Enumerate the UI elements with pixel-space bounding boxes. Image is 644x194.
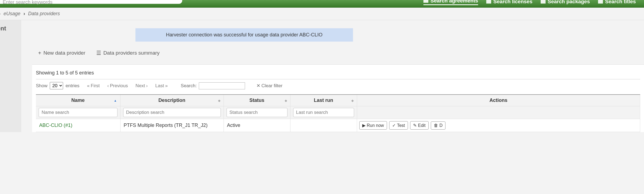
pager-first[interactable]: «First bbox=[87, 83, 100, 89]
nav-label: Search agreements bbox=[431, 0, 478, 4]
toolbar-label: Data providers summary bbox=[103, 50, 160, 56]
lastrun-cell bbox=[290, 119, 357, 132]
nav-search-titles[interactable]: Search titles bbox=[598, 0, 636, 5]
btn-label: Test bbox=[397, 123, 405, 128]
pager-last[interactable]: Last» bbox=[155, 83, 168, 89]
breadcrumb: ent › eUsage › Data providers bbox=[0, 8, 644, 20]
sort-icon: ◆ bbox=[218, 99, 220, 102]
sort-icon: ◆ bbox=[351, 99, 354, 102]
trash-icon: 🗑 bbox=[434, 123, 438, 128]
play-icon: ▶ bbox=[362, 123, 366, 128]
clear-filter-button[interactable]: ✕ Clear filter bbox=[256, 83, 282, 89]
col-actions: Actions bbox=[357, 95, 640, 106]
col-status[interactable]: Status◆ bbox=[224, 95, 290, 106]
agreements-icon bbox=[423, 0, 428, 3]
name-filter-input[interactable] bbox=[39, 108, 117, 117]
entries-info: Showing 1 to 5 of 5 entries bbox=[36, 70, 640, 76]
show-entries: Show 20 entries bbox=[36, 82, 79, 89]
entries-select[interactable]: 20 bbox=[50, 82, 63, 89]
col-label: Name bbox=[71, 98, 85, 103]
lastrun-filter-input[interactable] bbox=[293, 108, 354, 117]
plus-icon: + bbox=[38, 50, 41, 56]
col-lastrun[interactable]: Last run◆ bbox=[290, 95, 357, 106]
table-search-input[interactable] bbox=[199, 82, 245, 89]
col-label: Last run bbox=[314, 98, 333, 103]
toolbar-label: New data provider bbox=[44, 50, 85, 56]
pager-label: Last bbox=[155, 83, 164, 89]
edit-button[interactable]: ✎Edit bbox=[410, 121, 429, 130]
breadcrumb-item: Data providers bbox=[28, 11, 60, 16]
pager-label: First bbox=[91, 83, 100, 89]
pager-label: Next bbox=[135, 83, 145, 89]
search-label: Search: bbox=[181, 83, 197, 89]
btn-label: D bbox=[439, 123, 443, 128]
data-providers-summary-button[interactable]: ☰ Data providers summary bbox=[96, 50, 160, 56]
test-button[interactable]: ✓Test bbox=[389, 121, 408, 130]
col-label: Status bbox=[249, 98, 264, 103]
titles-icon bbox=[598, 0, 603, 4]
description-cell: PTFS Multiple Reports (TR_J1 TR_J2) bbox=[120, 119, 224, 132]
success-alert: Harvester connection was successful for … bbox=[135, 28, 353, 42]
new-data-provider-button[interactable]: + New data provider bbox=[38, 50, 85, 56]
nav-search-agreements[interactable]: Search agreements bbox=[423, 0, 478, 5]
status-cell: Active bbox=[224, 119, 290, 132]
data-providers-table: Name▲ Description◆ Status◆ Last run◆ Act… bbox=[36, 94, 640, 132]
col-description[interactable]: Description◆ bbox=[120, 95, 224, 106]
x-icon: ✕ bbox=[256, 83, 260, 89]
col-label: Description bbox=[158, 98, 185, 103]
list-icon: ☰ bbox=[96, 50, 101, 56]
nav-search-packages[interactable]: Search packages bbox=[541, 0, 590, 5]
table-row: ABC-CLIO (#1) PTFS Multiple Reports (TR_… bbox=[36, 119, 640, 132]
sidebar: ment bbox=[0, 20, 21, 132]
sort-asc-icon: ▲ bbox=[114, 99, 117, 102]
check-icon: ✓ bbox=[392, 123, 396, 128]
licenses-icon bbox=[486, 0, 491, 4]
chevron-left-icon: ‹ bbox=[107, 83, 109, 89]
description-filter-input[interactable] bbox=[123, 108, 221, 117]
nav-label: Search packages bbox=[548, 0, 590, 5]
global-search-input[interactable]: Enter search keywords bbox=[0, 0, 182, 4]
show-label: entries bbox=[66, 83, 79, 88]
nav-search-licenses[interactable]: Search licenses bbox=[486, 0, 532, 5]
btn-label: Run now bbox=[367, 123, 384, 128]
run-now-button[interactable]: ▶Run now bbox=[359, 121, 387, 130]
double-chevron-left-icon: « bbox=[87, 83, 89, 89]
sidebar-heading: ment bbox=[0, 25, 18, 32]
nav-label: Search licenses bbox=[493, 0, 532, 5]
chevron-right-icon: › bbox=[23, 11, 25, 16]
pager-label: Previous bbox=[110, 83, 128, 89]
col-label: Actions bbox=[490, 98, 507, 103]
chevron-right-icon: › bbox=[0, 11, 1, 16]
pager-next[interactable]: Next› bbox=[135, 83, 148, 89]
chevron-right-icon: › bbox=[146, 83, 148, 89]
delete-button[interactable]: 🗑D bbox=[431, 121, 446, 130]
nav-label: Search titles bbox=[605, 0, 636, 5]
top-nav: Enter search keywords Search agreements … bbox=[0, 0, 644, 8]
show-label: Show bbox=[36, 83, 48, 88]
btn-label: Edit bbox=[418, 123, 426, 128]
sort-icon: ◆ bbox=[285, 99, 287, 102]
double-chevron-right-icon: » bbox=[165, 83, 168, 89]
pager-prev[interactable]: ‹Previous bbox=[107, 83, 128, 89]
breadcrumb-item[interactable]: eUsage bbox=[4, 11, 20, 16]
pencil-icon: ✎ bbox=[413, 123, 417, 128]
clear-label: Clear filter bbox=[261, 83, 282, 89]
packages-icon bbox=[541, 0, 546, 4]
status-filter-input[interactable] bbox=[227, 108, 287, 117]
col-name[interactable]: Name▲ bbox=[36, 95, 120, 106]
provider-link[interactable]: ABC-CLIO (#1) bbox=[39, 123, 72, 128]
